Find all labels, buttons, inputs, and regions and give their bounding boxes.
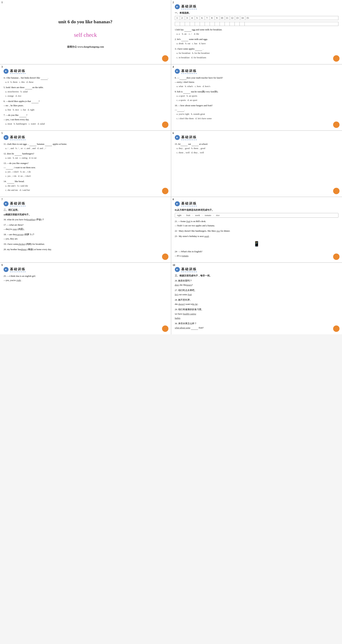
- num-cell: 6-: [200, 16, 205, 20]
- q-text-2: —sorry, i don't know.: [175, 80, 338, 84]
- orange-circle-decoration: [162, 254, 168, 260]
- q-chinese: 30. 来些水果怎么样？: [175, 322, 338, 326]
- q-options-2: c. a sports d. an sport: [176, 98, 338, 102]
- orange-circle-decoration: [162, 122, 168, 128]
- blank: [181, 41, 188, 41]
- question-8: 8. —does your math teacher have for lunc…: [175, 76, 338, 88]
- panel-10: 10 ► 基础训练 三、根据汉语完成句子，每空一词。 26. 她喜欢梨吗？ do…: [171, 263, 342, 334]
- panel-number: 7: [2, 198, 3, 201]
- q-options-2: c. orange d. rice: [5, 94, 167, 98]
- answer-row: [175, 22, 338, 26]
- section-label: 二、词汇运用。: [4, 208, 167, 212]
- num-cell: 11-: [225, 16, 230, 20]
- answer: fruit: [186, 220, 190, 222]
- orange-circle-decoration: [333, 122, 340, 128]
- header-title: 基础训练: [10, 267, 26, 272]
- q-text: let's eat some fruit: [175, 292, 338, 296]
- answer: chicken: [18, 243, 25, 245]
- q-text: 10. —how about some burgers and fruit?: [175, 104, 338, 108]
- q-text: she doesn't want tobe fat .: [175, 302, 338, 306]
- panel-header: ► 基础训练: [175, 4, 338, 9]
- q-text: 25. —i think tina is an english girl.: [4, 274, 167, 278]
- cursor-icon: 📱: [175, 240, 338, 248]
- num-cell: 5-: [195, 16, 200, 20]
- panel-3: 3 ► 基础训练 4. i like bananas，but linda doe…: [0, 64, 171, 130]
- question-16: 16. what do you have forbreakfast (早饭)？: [4, 218, 167, 222]
- q-text: 23 · My sister's birthday is next week .: [175, 234, 338, 238]
- panel-number: 4: [173, 66, 174, 68]
- answer: does: [175, 284, 179, 286]
- question-27: 27. 咱们吃点水果吧。 let's eat some fruit: [175, 288, 338, 296]
- blank: [180, 80, 186, 80]
- answer: right: [16, 279, 21, 282]
- section-label: 三、根据汉语完成句子，每空一词。: [175, 274, 338, 277]
- header-icon: ►: [4, 201, 8, 206]
- answer: carrots: [17, 233, 23, 236]
- q-text: we have healthy eating: [175, 312, 338, 316]
- q-text-2: —It's a tomato.: [175, 254, 338, 258]
- panel-8: 8 ► 基础训练 B)从方框中选择适当的单词完成句子。 right · frui…: [171, 197, 342, 262]
- q-text: 5. look! there are three on the table.: [4, 86, 167, 89]
- q-text: 11. clark likes to eat eggs， bananas app…: [4, 142, 167, 146]
- q-text-2: —yes, i eat them every day.: [4, 118, 167, 122]
- answer: tomato: [182, 254, 188, 257]
- panel-header: ► 基础训练: [4, 267, 167, 272]
- question-13: 13. —do you like oranges? —. i want to e…: [4, 161, 167, 178]
- header-title: 基础训练: [181, 4, 197, 9]
- section-label: 一、单项选择。: [175, 11, 338, 14]
- answer: week: [204, 235, 209, 238]
- ans-cell: [175, 22, 180, 26]
- question-6: 6. —david likes apples,is that ? —no，he …: [4, 99, 167, 112]
- header-title: 基础训练: [181, 69, 197, 74]
- question-10: 10. —how about some burgers and fruit? —…: [175, 104, 338, 120]
- q-options: a. meat b. hamburgers c. water d. salad: [5, 122, 167, 126]
- answer: what about some: [175, 326, 190, 329]
- question-26: 26. 她喜欢梨吗？ does she likepears?: [175, 279, 338, 287]
- q-options: a. she and i b. i and she: [5, 184, 167, 188]
- question-19: 19. i have somechicken (鸡肉) for breakfas…: [4, 242, 167, 246]
- blank: [14, 156, 22, 156]
- blank: [45, 146, 52, 146]
- header-title: 基础训练: [181, 267, 197, 272]
- ans-cell: [190, 22, 195, 26]
- ans-cell: [180, 22, 185, 26]
- panel-header: ► 基础训练: [175, 69, 338, 74]
- header-title: 基础训练: [10, 201, 26, 206]
- question-30: 30. 来些水果怎么样？ what about some fruit?: [175, 322, 338, 330]
- q-text-2: —yes, they are.: [4, 237, 167, 241]
- q-text: 13. —do you like oranges?: [4, 161, 167, 165]
- site-label: 道楷办公-www.daogebangong.com: [67, 45, 104, 48]
- ans-cell: [200, 22, 205, 26]
- panel-header: ► 基础训练: [175, 135, 338, 140]
- q-text: 15. let eat at school.: [175, 142, 338, 146]
- num-cell: 8-: [210, 16, 215, 20]
- orange-circle-decoration: [333, 188, 340, 194]
- answer: dinner: [21, 248, 27, 251]
- answer: fruit: [188, 293, 192, 296]
- blank: [29, 146, 36, 146]
- q-text: 18. —are theycarrots (胡萝卜)？: [4, 232, 167, 236]
- question-28: 28. 她不想长胖。 she doesn't want tobe fat .: [175, 298, 338, 306]
- answer: be fat: [192, 303, 198, 306]
- panel-number: 5: [2, 132, 3, 135]
- question-22: 22 · Mary doesn't like hamburgers. She l…: [175, 229, 338, 233]
- panel-header: ► 基础训练: [175, 267, 338, 272]
- header-icon: ►: [175, 201, 180, 206]
- q-text-2: —no，he likes pears.: [4, 104, 167, 108]
- q-text: 22 · Mary doesn't like hamburgers. She l…: [175, 229, 338, 233]
- num-cell: 2-: [180, 16, 185, 20]
- blank: [191, 330, 198, 330]
- question-5: 5. look! there are three on the table. a…: [4, 86, 167, 98]
- q-text: 20. my brother hasdinner (晚饭) at home ev…: [4, 248, 167, 252]
- word-bank-item: right: [177, 214, 182, 217]
- orange-circle-decoration: [162, 326, 168, 332]
- panel-header: ► 基础训练: [4, 135, 167, 140]
- orange-circle-decoration: [333, 254, 340, 260]
- q-options: a. a sport b. an sports: [176, 94, 338, 98]
- orange-circle-decoration: [333, 326, 340, 332]
- panel-number: 1: [2, 1, 3, 4]
- answer: let's: [175, 293, 178, 296]
- word-bank-item: rice: [216, 214, 220, 217]
- q-text: 4. i like bananas，but linda doesn't like…: [4, 76, 167, 80]
- panel-header: ► 基础训练: [175, 201, 338, 206]
